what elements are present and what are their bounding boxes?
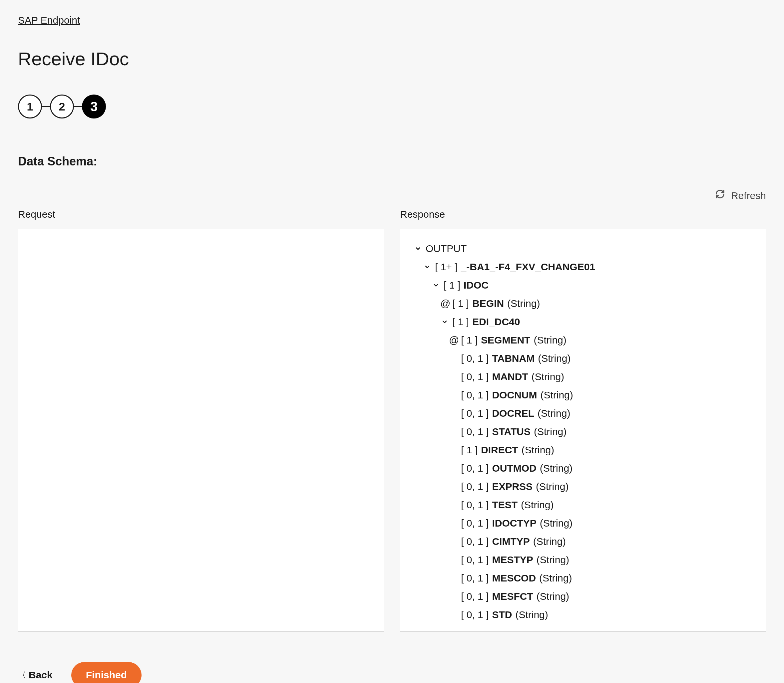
request-header: Request xyxy=(18,207,384,221)
cardinality: [ 0, 1 ] xyxy=(461,351,488,366)
page-title: Receive IDoc xyxy=(18,46,766,72)
tree-leaf[interactable]: [ 1 ]DIRECT(String) xyxy=(412,441,754,459)
cardinality: [ 0, 1 ] xyxy=(461,425,488,439)
chevron-down-icon xyxy=(432,282,440,289)
node-type: (String) xyxy=(540,516,572,530)
tree-leaf[interactable]: [ 0, 1 ]IDOCTYP(String) xyxy=(412,514,754,532)
node-type: (String) xyxy=(533,535,566,548)
response-header: Response xyxy=(400,207,766,221)
node-type: (String) xyxy=(540,388,573,402)
node-name: MANDT xyxy=(492,370,528,384)
tree-leaf[interactable]: [ 0, 1 ]STATUS(String) xyxy=(412,423,754,441)
attribute-icon: @ xyxy=(449,333,458,347)
cardinality: [ 0, 1 ] xyxy=(461,608,488,622)
tree-leaf[interactable]: [ 0, 1 ]DOCREL(String) xyxy=(412,404,754,423)
tree-leaf[interactable]: [ 0, 1 ]TABNAM(String) xyxy=(412,350,754,368)
node-type: (String) xyxy=(521,498,554,512)
node-name: EDI_DC40 xyxy=(472,315,520,329)
step-2[interactable]: 2 xyxy=(50,95,74,119)
node-name: _-BA1_-F4_FXV_CHANGE01 xyxy=(461,260,595,274)
node-type: (String) xyxy=(538,406,570,420)
node-name: BEGIN xyxy=(472,297,504,311)
node-name: IDOCTYP xyxy=(492,516,536,530)
cardinality: [ 1 ] xyxy=(452,297,469,311)
node-type: (String) xyxy=(533,333,566,347)
cardinality: [ 1 ] xyxy=(461,333,477,347)
node-name: DIRECT xyxy=(481,443,518,457)
cardinality: [ 1 ] xyxy=(461,443,477,457)
cardinality: [ 1 ] xyxy=(443,278,460,292)
tree-node-output[interactable]: OUTPUT xyxy=(412,240,754,258)
refresh-icon xyxy=(715,189,725,202)
cardinality: [ 0, 1 ] xyxy=(461,571,488,585)
node-name: MESTYP xyxy=(492,553,533,567)
node-type: (String) xyxy=(536,479,569,494)
breadcrumb[interactable]: SAP Endpoint xyxy=(18,13,80,27)
node-name: TEST xyxy=(492,498,517,512)
node-name: DOCREL xyxy=(492,406,534,420)
refresh-button[interactable]: Refresh xyxy=(18,189,766,203)
step-1[interactable]: 1 xyxy=(18,95,42,119)
node-type: (String) xyxy=(532,370,564,384)
response-panel: OUTPUT [ 1+ ] _-BA1_-F4_FXV_CHANGE01 [ 1… xyxy=(400,229,766,632)
cardinality: [ 0, 1 ] xyxy=(461,479,488,494)
node-type: (String) xyxy=(538,351,570,366)
cardinality: [ 0, 1 ] xyxy=(461,535,488,548)
node-type: (String) xyxy=(534,425,567,439)
node-type: (String) xyxy=(540,461,572,475)
node-type: (String) xyxy=(515,608,548,622)
cardinality: [ 0, 1 ] xyxy=(461,461,488,475)
node-name: CIMTYP xyxy=(492,535,530,548)
stepper: 1 2 3 xyxy=(18,95,766,119)
cardinality: [ 0, 1 ] xyxy=(461,370,488,384)
node-name: OUTMOD xyxy=(492,461,536,475)
node-type: (String) xyxy=(539,571,572,585)
tree-leaf[interactable]: [ 0, 1 ]STD(String) xyxy=(412,606,754,624)
cardinality: [ 0, 1 ] xyxy=(461,498,488,512)
tree-leaf[interactable]: [ 0, 1 ]MESTYP(String) xyxy=(412,551,754,569)
node-name: SEGMENT xyxy=(481,333,530,347)
node-name: IDOC xyxy=(464,278,488,292)
step-3[interactable]: 3 xyxy=(82,95,106,119)
tree-leaf-begin[interactable]: @ [ 1 ] BEGIN (String) xyxy=(412,295,754,313)
tree-leaf[interactable]: [ 0, 1 ]CIMTYP(String) xyxy=(412,532,754,551)
refresh-label: Refresh xyxy=(731,189,766,203)
chevron-left-icon: 〈 xyxy=(18,669,26,681)
cardinality: [ 1 ] xyxy=(452,315,469,329)
tree-node-level1[interactable]: [ 1+ ] _-BA1_-F4_FXV_CHANGE01 xyxy=(412,258,754,276)
tree-leaf[interactable]: [ 0, 1 ]OUTMOD(String) xyxy=(412,459,754,478)
attribute-icon: @ xyxy=(440,297,449,311)
node-name: EXPRSS xyxy=(492,479,533,494)
tree-leaf[interactable]: [ 0, 1 ]MESCOD(String) xyxy=(412,569,754,587)
node-name: STATUS xyxy=(492,425,530,439)
tree-label: OUTPUT xyxy=(426,242,467,256)
tree-leaf[interactable]: [ 0, 1 ]EXPRSS(String) xyxy=(412,478,754,496)
chevron-down-icon xyxy=(414,245,422,252)
finished-button[interactable]: Finished xyxy=(71,662,141,683)
node-name: STD xyxy=(492,608,512,622)
tree-leaf[interactable]: [ 0, 1 ]TEST(String) xyxy=(412,496,754,514)
node-type: (String) xyxy=(522,443,554,457)
node-type: (String) xyxy=(507,297,540,311)
node-name: TABNAM xyxy=(492,351,535,366)
tree-leaf[interactable]: [ 0, 1 ]DOCNUM(String) xyxy=(412,386,754,404)
section-title: Data Schema: xyxy=(18,153,766,170)
tree-node-idoc[interactable]: [ 1 ] IDOC xyxy=(412,276,754,295)
request-panel xyxy=(18,229,384,632)
cardinality: [ 0, 1 ] xyxy=(461,590,488,603)
node-name: MESFCT xyxy=(492,590,533,603)
cardinality: [ 0, 1 ] xyxy=(461,553,488,567)
cardinality: [ 0, 1 ] xyxy=(461,388,488,402)
step-connector xyxy=(74,106,82,107)
tree-node-edi-dc40[interactable]: [ 1 ] EDI_DC40 xyxy=(412,313,754,331)
back-label: Back xyxy=(29,668,53,682)
back-button[interactable]: 〈 Back xyxy=(18,668,53,682)
cardinality: [ 0, 1 ] xyxy=(461,516,488,530)
cardinality: [ 0, 1 ] xyxy=(461,406,488,420)
tree-leaf[interactable]: [ 0, 1 ]MESFCT(String) xyxy=(412,587,754,606)
node-name: DOCNUM xyxy=(492,388,537,402)
node-name: MESCOD xyxy=(492,571,536,585)
tree-leaf[interactable]: [ 0, 1 ]MANDT(String) xyxy=(412,368,754,386)
tree-leaf[interactable]: @[ 1 ]SEGMENT(String) xyxy=(412,331,754,350)
step-connector xyxy=(42,106,50,107)
